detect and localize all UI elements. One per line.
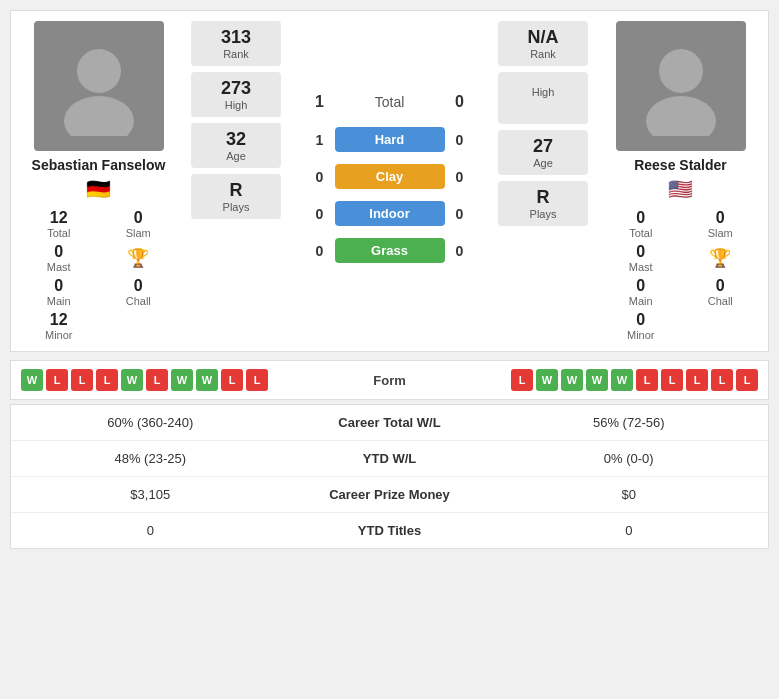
stats-row: 60% (360-240)Career Total W/L56% (72-56) [11,405,768,441]
form-badge-p2: W [536,369,558,391]
hard-row: 1 Hard 0 [286,127,493,152]
form-badge-p1: L [71,369,93,391]
player1-trophy: 🏆 [101,243,177,273]
stats-row: $3,105Career Prize Money$0 [11,477,768,513]
player2-chall: 0 Chall [683,277,759,307]
player2-card: Reese Stalder 🇺🇸 0 Total 0 Slam 0 Mast 🏆 [593,11,768,351]
form-badge-p1: L [246,369,268,391]
stats-row: 48% (23-25)YTD W/L0% (0-0) [11,441,768,477]
player2-mast: 0 Mast [603,243,679,273]
stats-row: 0YTD Titles0 [11,513,768,548]
player1-mast: 0 Mast [21,243,97,273]
player2-rank-box: N/A Rank [498,21,588,66]
form-badge-p2: L [736,369,758,391]
player1-slam: 0 Slam [101,209,177,239]
player2-stats: 0 Total 0 Slam 0 Mast 🏆 0 Main [603,209,758,341]
stats-right-value: $0 [490,487,769,502]
player2-high-box: High [498,72,588,124]
svg-point-2 [659,49,703,93]
player2-age-box: 27 Age [498,130,588,175]
player1-chall: 0 Chall [101,277,177,307]
stats-center-label: Career Total W/L [290,415,490,430]
player2-name: Reese Stalder [634,157,727,173]
player2-plays-box: R Plays [498,181,588,226]
player2-center-stats: N/A Rank High 27 Age R Plays [493,11,593,351]
player1-total: 12 Total [21,209,97,239]
svg-point-3 [646,96,716,136]
player1-name: Sebastian Fanselow [32,157,166,173]
player1-minor: 12 Minor [21,311,97,341]
form-label: Form [330,373,450,388]
player2-total: 0 Total [603,209,679,239]
svg-point-1 [64,96,134,136]
stats-left-value: 48% (23-25) [11,451,290,466]
clay-button[interactable]: Clay [335,164,445,189]
stats-table: 60% (360-240)Career Total W/L56% (72-56)… [10,404,769,549]
player1-stats: 12 Total 0 Slam 0 Mast 🏆 0 Main [21,209,176,341]
player1-avatar [34,21,164,151]
clay-row: 0 Clay 0 [286,164,493,189]
form-badge-p2: L [711,369,733,391]
player1-high-box: 273 High [191,72,281,117]
form-badges-right: LWWWWLLLLL [450,369,759,391]
trophy-icon: 🏆 [127,247,149,269]
stats-center-label: Career Prize Money [290,487,490,502]
form-badge-p1: W [21,369,43,391]
player1-flag: 🇩🇪 [86,177,111,201]
form-badge-p2: L [511,369,533,391]
stats-left-value: 60% (360-240) [11,415,290,430]
form-badge-p1: W [171,369,193,391]
trophy-icon-2: 🏆 [709,247,731,269]
form-badge-p2: L [661,369,683,391]
form-badge-p2: L [686,369,708,391]
form-badge-p2: W [611,369,633,391]
form-badge-p2: W [561,369,583,391]
stats-center-label: YTD Titles [290,523,490,538]
form-section: WLLLWLWWLL Form LWWWWLLLLL [10,360,769,400]
form-badge-p2: L [636,369,658,391]
player1-age-box: 32 Age [191,123,281,168]
grass-row: 0 Grass 0 [286,238,493,263]
stats-right-value: 56% (72-56) [490,415,769,430]
svg-point-0 [77,49,121,93]
stats-left-value: $3,105 [11,487,290,502]
player1-main-label: 0 Main [21,277,97,307]
stats-right-value: 0 [490,523,769,538]
stats-left-value: 0 [11,523,290,538]
form-badge-p2: W [586,369,608,391]
total-row: 1 Total 0 [305,93,475,111]
stats-right-value: 0% (0-0) [490,451,769,466]
form-badge-p1: W [196,369,218,391]
player1-card: Sebastian Fanselow 🇩🇪 12 Total 0 Slam 0 … [11,11,186,351]
player2-trophy: 🏆 [683,243,759,273]
player1-plays-box: R Plays [191,174,281,219]
indoor-button[interactable]: Indoor [335,201,445,226]
player2-slam: 0 Slam [683,209,759,239]
form-badge-p1: L [96,369,118,391]
indoor-row: 0 Indoor 0 [286,201,493,226]
stats-center-label: YTD W/L [290,451,490,466]
player2-flag: 🇺🇸 [668,177,693,201]
form-badge-p1: L [46,369,68,391]
form-badge-p1: L [146,369,168,391]
main-container: Sebastian Fanselow 🇩🇪 12 Total 0 Slam 0 … [0,0,779,559]
player1-center-stats: 313 Rank 273 High 32 Age R Plays [186,11,286,351]
surface-section: 1 Total 0 1 Hard 0 0 Clay 0 0 Indoor 0 0 [286,11,493,351]
player2-minor: 0 Minor [603,311,679,341]
hard-button[interactable]: Hard [335,127,445,152]
player2-avatar [616,21,746,151]
top-section: Sebastian Fanselow 🇩🇪 12 Total 0 Slam 0 … [10,10,769,352]
form-badge-p1: L [221,369,243,391]
form-badges-left: WLLLWLWWLL [21,369,330,391]
player2-main2: 0 Main [603,277,679,307]
form-badge-p1: W [121,369,143,391]
player1-rank-box: 313 Rank [191,21,281,66]
grass-button[interactable]: Grass [335,238,445,263]
